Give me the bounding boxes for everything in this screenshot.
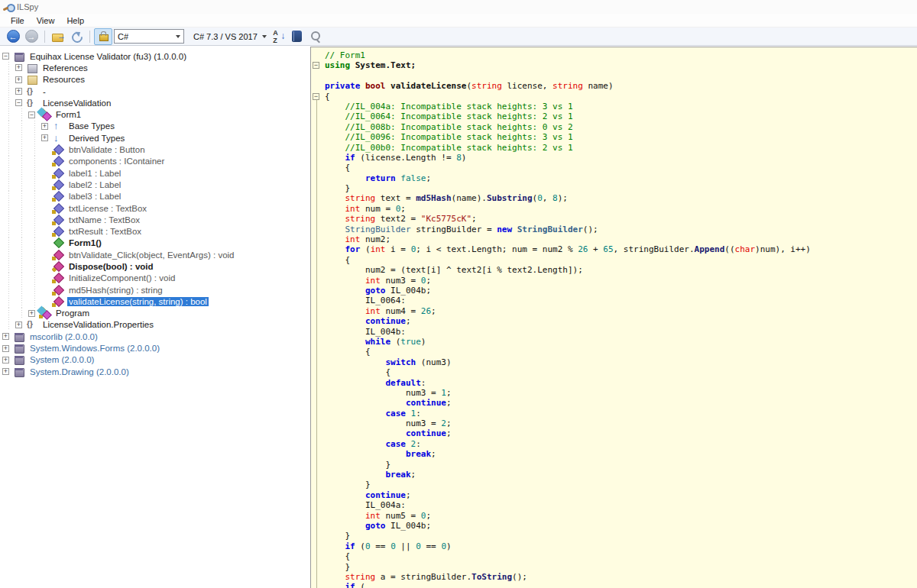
code-line: case 1: bbox=[325, 409, 917, 418]
expand-icon[interactable]: + bbox=[2, 345, 9, 352]
search-button[interactable] bbox=[306, 28, 325, 45]
expand-icon[interactable]: + bbox=[41, 123, 48, 130]
tree-item[interactable]: md5Hash(string) : string bbox=[0, 284, 307, 296]
back-icon: ← bbox=[7, 30, 20, 43]
code-line: continue; bbox=[325, 428, 917, 438]
tree-item[interactable]: +System.Windows.Forms (2.0.0.0) bbox=[0, 342, 307, 354]
tree-item[interactable]: txtLicense : TextBox bbox=[0, 202, 307, 214]
toolbar: ← → C# C# 7.3 / VS 2017 ↓ bbox=[0, 27, 917, 46]
tree-item[interactable]: +References bbox=[0, 62, 307, 73]
code-line: int num2; bbox=[325, 234, 917, 244]
tree-item[interactable]: +LicenseValidation.Properties bbox=[0, 319, 307, 331]
expand-icon[interactable]: + bbox=[15, 64, 22, 71]
search-icon bbox=[309, 31, 321, 42]
code-line: continue; bbox=[325, 398, 917, 408]
tree-item-label: txtLicense : TextBox bbox=[67, 204, 148, 213]
expand-icon[interactable]: + bbox=[15, 321, 22, 328]
code-line: { bbox=[325, 255, 917, 265]
code-line: int num5 = 0; bbox=[325, 511, 917, 521]
collapse-icon[interactable]: − bbox=[15, 99, 22, 106]
tree-item[interactable]: +mscorlib (2.0.0.0) bbox=[0, 331, 307, 342]
expand-icon[interactable]: + bbox=[2, 357, 9, 363]
field-icon bbox=[52, 168, 63, 179]
tree-item-label: Program bbox=[54, 309, 91, 318]
fold-marker-icon[interactable]: − bbox=[313, 62, 319, 69]
menu-view[interactable]: View bbox=[31, 15, 61, 27]
tree-indent-guide bbox=[2, 74, 15, 86]
tree-item[interactable]: txtName : TextBox bbox=[0, 214, 307, 225]
menu-help[interactable]: Help bbox=[60, 15, 90, 27]
methodkey-icon bbox=[52, 261, 63, 272]
references-icon bbox=[26, 63, 37, 73]
tree-item-label: label1 : Label bbox=[67, 169, 122, 178]
field-icon bbox=[52, 203, 63, 214]
namespace-icon bbox=[26, 319, 37, 330]
tree-indent-guide bbox=[28, 191, 41, 202]
tree-item[interactable]: InitializeComponent() : void bbox=[0, 273, 307, 284]
code-line: { bbox=[325, 367, 917, 377]
tree-item[interactable]: label2 : Label bbox=[0, 179, 307, 190]
tree-item[interactable]: +System.Drawing (2.0.0.0) bbox=[0, 366, 307, 377]
open-button[interactable] bbox=[49, 28, 67, 45]
language-version-select[interactable]: C# 7.3 / VS 2017 bbox=[190, 31, 270, 43]
code-line: num2 = (text[i] ^ text2[i % text2.Length… bbox=[325, 265, 917, 275]
tree-indent-guide bbox=[2, 121, 15, 132]
tree-indent-guide bbox=[2, 179, 15, 190]
fold-marker-icon[interactable]: − bbox=[313, 93, 319, 100]
tree-item-label: btnValidate_Click(object, EventArgs) : v… bbox=[67, 250, 235, 260]
tree-item[interactable]: +Program bbox=[0, 308, 307, 319]
sort-assemblies-button[interactable]: ↓ bbox=[270, 28, 288, 45]
tree-item[interactable]: +Base Types bbox=[0, 121, 307, 132]
code-line: using System.Text; bbox=[325, 60, 917, 70]
tree-item-label: validateLicense(string, string) : bool bbox=[67, 297, 209, 306]
expand-icon[interactable]: + bbox=[41, 134, 48, 141]
tree-item[interactable]: btnValidate_Click(object, EventArgs) : v… bbox=[0, 249, 307, 260]
tree-item[interactable]: −Form1 bbox=[0, 108, 307, 120]
tree-indent-guide bbox=[28, 214, 41, 225]
tree-item[interactable]: −LicenseValidation bbox=[0, 97, 307, 108]
tree-item[interactable]: txtResult : TextBox bbox=[0, 225, 307, 237]
tree-indent-guide bbox=[15, 260, 28, 272]
code-line: for (int i = 0; i < text.Length; num = n… bbox=[325, 244, 917, 254]
code-line: } bbox=[325, 562, 917, 572]
tree-item[interactable]: −Equihax License Validator (fu3) (1.0.0.… bbox=[0, 50, 307, 62]
tree-item[interactable]: Dispose(bool) : void bbox=[0, 260, 307, 272]
tree-item[interactable]: +- bbox=[0, 86, 307, 97]
tree-indent-guide bbox=[28, 202, 41, 214]
expand-icon[interactable]: + bbox=[2, 368, 9, 375]
tree-item[interactable]: components : IContainer bbox=[0, 156, 307, 167]
expand-icon[interactable]: + bbox=[2, 333, 9, 340]
back-button[interactable]: ← bbox=[4, 28, 22, 45]
sort-assemblies-icon: ↓ bbox=[273, 31, 284, 43]
tree-item-label: Equihax License Validator (fu3) (1.0.0.0… bbox=[28, 52, 188, 61]
menu-file[interactable]: File bbox=[5, 15, 31, 27]
collapse-icon[interactable]: − bbox=[2, 53, 9, 60]
tree-indent-guide bbox=[15, 132, 28, 144]
expand-icon[interactable]: + bbox=[15, 88, 22, 95]
code-line: break; bbox=[325, 449, 917, 459]
assembly-icon bbox=[13, 343, 24, 354]
collapse-icon[interactable]: − bbox=[28, 111, 35, 118]
tree-item[interactable]: btnValidate : Button bbox=[0, 144, 307, 155]
tree-indent-guide bbox=[2, 225, 15, 237]
tree-item[interactable]: label3 : Label bbox=[0, 191, 307, 202]
code-line: StringBuilder stringBuilder = new String… bbox=[325, 225, 917, 234]
toolbar-separator bbox=[44, 31, 45, 43]
expand-icon[interactable]: + bbox=[28, 310, 35, 317]
expand-icon[interactable]: + bbox=[15, 76, 22, 83]
tree-item[interactable]: validateLicense(string, string) : bool bbox=[0, 296, 307, 307]
forward-button[interactable]: → bbox=[22, 28, 41, 45]
tree-item[interactable]: +Resources bbox=[0, 74, 307, 86]
reload-button[interactable] bbox=[67, 28, 86, 45]
tree-item-label: txtName : TextBox bbox=[67, 215, 141, 225]
decompiled-code-pane[interactable]: −− // Form1using System.Text;private boo… bbox=[310, 47, 917, 588]
language-select[interactable]: C# bbox=[114, 29, 184, 44]
tree-item[interactable]: +Derived Types bbox=[0, 132, 307, 144]
show-internal-api-toggle[interactable] bbox=[94, 28, 112, 45]
assembly-list-button[interactable] bbox=[288, 28, 306, 45]
tree-indent-guide bbox=[2, 62, 15, 73]
tree-item[interactable]: Form1() bbox=[0, 237, 307, 249]
tree-item[interactable]: label1 : Label bbox=[0, 167, 307, 179]
tree-item[interactable]: +System (2.0.0.0) bbox=[0, 354, 307, 366]
assembly-tree[interactable]: −Equihax License Validator (fu3) (1.0.0.… bbox=[0, 47, 307, 588]
